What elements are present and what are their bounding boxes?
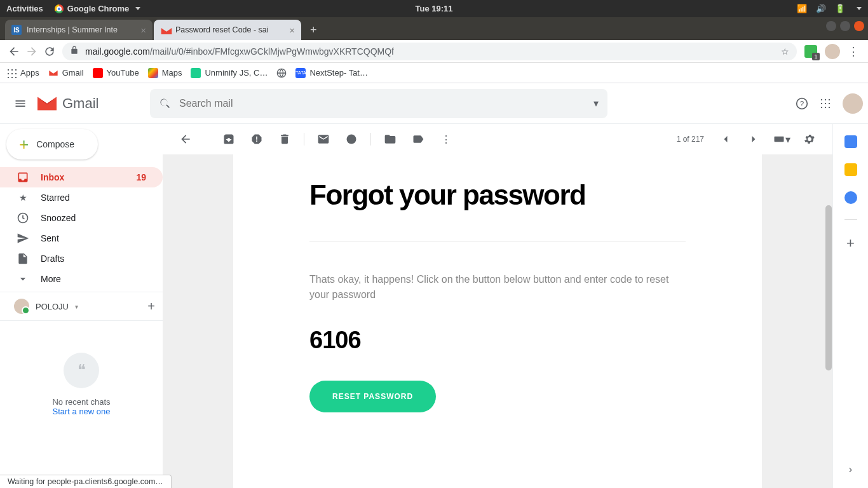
sidebar-item-more[interactable]: More: [0, 269, 163, 289]
pagination-text: 1 of 217: [677, 135, 704, 144]
new-tab-button[interactable]: +: [302, 20, 325, 40]
snooze-button[interactable]: [339, 126, 364, 152]
start-chat-link[interactable]: Start a new one: [52, 407, 110, 416]
divider: [309, 241, 686, 241]
chevron-down-icon: [135, 7, 140, 10]
forward-button[interactable]: [23, 43, 41, 60]
gmail-wordmark: Gmail: [62, 95, 98, 112]
profile-avatar[interactable]: [825, 44, 840, 59]
google-apps-icon[interactable]: [820, 98, 831, 109]
move-to-button[interactable]: [377, 126, 403, 152]
nextstep-bookmark[interactable]: TATANextStep- Tat…: [295, 68, 368, 78]
send-icon: [17, 232, 29, 245]
tasks-addon-icon[interactable]: [844, 191, 857, 204]
bookmark-label: Apps: [20, 68, 39, 78]
next-message-button[interactable]: [741, 126, 766, 152]
maps-bookmark[interactable]: Maps: [148, 68, 182, 78]
browser-tab-strip: IS Internships | Summer Inte × Password …: [0, 17, 868, 40]
nav-label: More: [41, 274, 61, 284]
back-button[interactable]: [5, 43, 23, 60]
minimize-button[interactable]: [826, 21, 836, 31]
spam-button[interactable]: [244, 126, 269, 152]
tab-gmail[interactable]: Password reset Code - sai ×: [154, 20, 301, 40]
archive-button[interactable]: [216, 126, 241, 152]
input-tools-button[interactable]: ▾: [769, 126, 794, 152]
scrollbar-thumb[interactable]: [825, 205, 832, 370]
search-input[interactable]: [179, 98, 593, 109]
youtube-bookmark[interactable]: YouTube: [93, 68, 139, 78]
nav-label: Starred: [41, 193, 70, 203]
current-app-menu[interactable]: Google Chrome: [55, 4, 141, 13]
reload-button[interactable]: [41, 43, 58, 60]
account-avatar[interactable]: [843, 93, 863, 114]
back-to-inbox-button[interactable]: [173, 126, 198, 152]
browser-toolbar: mail.google.com/mail/u/0/#inbox/FMfcgxwG…: [0, 40, 868, 63]
compose-button[interactable]: + Compose: [6, 129, 98, 159]
delete-button[interactable]: [272, 126, 297, 152]
unminify-bookmark[interactable]: Unminify JS, C…: [191, 68, 268, 78]
bookmark-label: NextStep- Tat…: [309, 68, 368, 78]
mark-unread-button[interactable]: [311, 126, 336, 152]
bookmark-label: YouTube: [107, 68, 139, 78]
prev-message-button[interactable]: [713, 126, 738, 152]
site-icon: [191, 68, 201, 78]
search-box[interactable]: ▾: [150, 89, 607, 118]
sidebar-item-snoozed[interactable]: Snoozed: [0, 208, 163, 228]
divider: [304, 133, 304, 146]
volume-icon[interactable]: 🔊: [816, 4, 826, 13]
sidebar-item-starred[interactable]: ★Starred: [0, 187, 163, 208]
settings-button[interactable]: [797, 126, 822, 152]
tab-internships[interactable]: IS Internships | Summer Inte ×: [5, 20, 153, 40]
globe-icon: [276, 68, 287, 78]
chevron-down-icon: [17, 273, 29, 285]
extension-icon[interactable]: [804, 45, 817, 58]
hangouts-user[interactable]: POLOJU ▾ +: [0, 295, 163, 318]
hide-panel-button[interactable]: ›: [849, 464, 852, 475]
current-app-label: Google Chrome: [67, 4, 130, 13]
keep-addon-icon[interactable]: [844, 163, 857, 176]
gmail-bookmark[interactable]: Gmail: [48, 68, 84, 78]
wifi-icon[interactable]: 📶: [797, 4, 807, 13]
bookmarks-bar: Apps Gmail YouTube Maps Unminify JS, C… …: [0, 63, 868, 83]
help-icon[interactable]: ?: [796, 97, 808, 110]
gmail-logo[interactable]: Gmail: [36, 92, 150, 115]
apps-bookmark[interactable]: Apps: [6, 68, 39, 78]
address-bar[interactable]: mail.google.com/mail/u/0/#inbox/FMfcgxwG…: [62, 43, 797, 60]
nav-label: Snoozed: [41, 213, 76, 223]
main-menu-button[interactable]: [5, 88, 36, 119]
sidebar-item-inbox[interactable]: Inbox 19: [0, 167, 163, 187]
hangouts-icon: [64, 353, 99, 388]
maximize-button[interactable]: [840, 21, 850, 31]
gmail-sidebar: + Compose Inbox 19 ★Starred Snoozed Sent…: [0, 124, 163, 488]
search-options-icon[interactable]: ▾: [593, 97, 599, 109]
new-chat-icon[interactable]: +: [147, 299, 155, 314]
bookmark-star-icon[interactable]: ☆: [781, 46, 789, 57]
sidebar-item-sent[interactable]: Sent: [0, 228, 163, 248]
reset-password-button[interactable]: RESET PASSWORD: [309, 381, 436, 412]
close-icon[interactable]: ×: [289, 25, 295, 36]
system-top-bar: Activities Google Chrome Tue 19:11 📶 🔊 🔋: [0, 0, 868, 17]
generic-bookmark[interactable]: [276, 68, 287, 78]
more-actions-button[interactable]: ⋮: [433, 126, 459, 152]
tab-title: Internships | Summer Inte: [27, 25, 118, 34]
chevron-down-icon: ▾: [75, 303, 78, 310]
bookmark-label: Unminify JS, C…: [205, 68, 268, 78]
divider: [0, 320, 163, 321]
gmail-icon: [36, 92, 58, 115]
battery-icon[interactable]: 🔋: [835, 4, 845, 13]
system-menu-chevron-icon[interactable]: [857, 7, 862, 10]
browser-status-bar: Waiting for people-pa.clients6.google.co…: [0, 475, 172, 488]
clock[interactable]: Tue 19:11: [415, 4, 452, 13]
email-body: Forgot your password Thats okay, it happ…: [233, 154, 762, 488]
labels-button[interactable]: [405, 126, 431, 152]
get-addons-button[interactable]: +: [846, 235, 855, 252]
compose-label: Compose: [36, 139, 74, 149]
file-icon: [17, 252, 29, 265]
close-window-button[interactable]: [854, 21, 864, 31]
browser-menu-icon[interactable]: ⋮: [844, 44, 863, 58]
close-icon[interactable]: ×: [140, 25, 146, 36]
activities-button[interactable]: Activities: [6, 4, 43, 13]
lock-icon: [70, 46, 79, 57]
sidebar-item-drafts[interactable]: Drafts: [0, 248, 163, 269]
calendar-addon-icon[interactable]: [844, 135, 857, 148]
